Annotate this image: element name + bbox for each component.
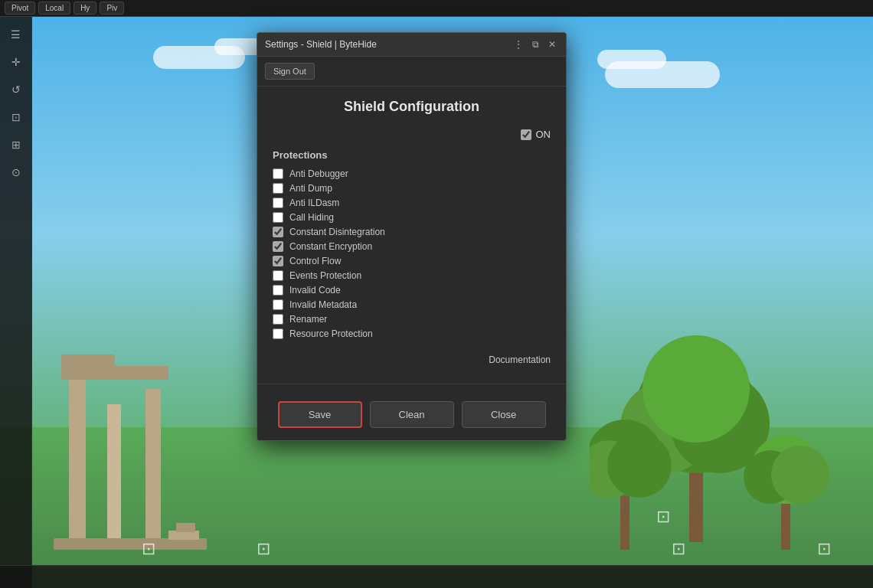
label-control-flow: Control Flow bbox=[289, 256, 341, 266]
checkbox-constant-encryption[interactable] bbox=[273, 241, 283, 252]
corner-icon-bottom-right2: ⊡ bbox=[817, 539, 831, 559]
checkbox-call-hiding[interactable] bbox=[273, 212, 283, 223]
checkbox-control-flow[interactable] bbox=[273, 256, 283, 266]
dialog-separator bbox=[257, 384, 566, 384]
dialog-body: Shield Configuration ON Protections Anti… bbox=[257, 87, 566, 384]
checkbox-resource-protection[interactable] bbox=[273, 328, 283, 339]
left-sidebar: ☰ ✛ ↺ ⊡ ⊞ ⊙ bbox=[0, 17, 32, 588]
protection-item-constant-disintegration[interactable]: Constant Disintegration bbox=[273, 227, 551, 237]
label-anti-debugger: Anti Debugger bbox=[289, 168, 348, 179]
protection-list: Anti DebuggerAnti DumpAnti ILDasmCall Hi… bbox=[273, 168, 551, 339]
svg-point-12 bbox=[642, 335, 750, 443]
svg-point-20 bbox=[771, 446, 829, 504]
top-bar: Pivot Local Hy Piv bbox=[0, 0, 873, 17]
clean-button[interactable]: Clean bbox=[370, 401, 454, 428]
protection-item-constant-encryption[interactable]: Constant Encryption bbox=[273, 241, 551, 252]
dialog-titlebar-controls: ⋮ ⧉ ✕ bbox=[512, 39, 558, 50]
dialog-heading: Shield Configuration bbox=[273, 99, 551, 115]
label-invalid-code: Invalid Code bbox=[289, 285, 341, 296]
protection-item-invalid-metadata[interactable]: Invalid Metadata bbox=[273, 299, 551, 310]
protection-item-invalid-code[interactable]: Invalid Code bbox=[273, 285, 551, 296]
label-constant-disintegration: Constant Disintegration bbox=[289, 227, 385, 237]
on-toggle-row: ON bbox=[273, 129, 551, 140]
protection-item-anti-ildasm[interactable]: Anti ILDasm bbox=[273, 198, 551, 208]
protection-item-call-hiding[interactable]: Call Hiding bbox=[273, 212, 551, 223]
label-constant-encryption: Constant Encryption bbox=[289, 241, 372, 252]
protection-item-anti-debugger[interactable]: Anti Debugger bbox=[273, 168, 551, 179]
svg-rect-1 bbox=[107, 404, 121, 542]
svg-rect-17 bbox=[781, 504, 790, 550]
sidebar-icon-rotate[interactable]: ↺ bbox=[5, 78, 28, 101]
shield-config-dialog: Settings - Shield | ByteHide ⋮ ⧉ ✕ Sign … bbox=[257, 32, 567, 441]
svg-rect-13 bbox=[620, 496, 629, 550]
label-events-protection: Events Protection bbox=[289, 270, 361, 281]
ruins-svg bbox=[46, 312, 245, 565]
tab-pivot[interactable]: Pivot bbox=[5, 2, 35, 15]
dialog-actions: Save Clean Close bbox=[257, 394, 566, 440]
protection-item-resource-protection[interactable]: Resource Protection bbox=[273, 328, 551, 339]
svg-rect-0 bbox=[69, 374, 86, 542]
dialog-close-icon[interactable]: ✕ bbox=[546, 39, 558, 50]
tab-local[interactable]: Local bbox=[38, 2, 70, 15]
label-renamer: Renamer bbox=[289, 314, 327, 325]
corner-icon-bottom-left: ⊡ bbox=[142, 539, 155, 559]
trees-svg bbox=[590, 274, 835, 565]
svg-rect-2 bbox=[146, 389, 161, 542]
protection-item-renamer[interactable]: Renamer bbox=[273, 314, 551, 325]
cloud-4 bbox=[597, 50, 666, 69]
dialog-footer-link: Documentation bbox=[273, 351, 551, 371]
svg-point-16 bbox=[607, 433, 672, 498]
sidebar-icon-menu[interactable]: ☰ bbox=[5, 23, 28, 46]
dialog-restore-icon[interactable]: ⧉ bbox=[530, 39, 541, 50]
dialog-toolbar: Sign Out bbox=[257, 57, 566, 87]
label-anti-dump: Anti Dump bbox=[289, 183, 332, 194]
dialog-menu-icon[interactable]: ⋮ bbox=[512, 39, 525, 50]
on-label: ON bbox=[536, 129, 551, 140]
label-call-hiding: Call Hiding bbox=[289, 212, 334, 223]
checkbox-anti-ildasm[interactable] bbox=[273, 198, 283, 208]
sidebar-icon-rect[interactable]: ⊞ bbox=[5, 133, 28, 156]
corner-icon-right-mid: ⊡ bbox=[656, 507, 670, 527]
sidebar-icon-scale[interactable]: ⊡ bbox=[5, 106, 28, 129]
tab-piv[interactable]: Piv bbox=[100, 2, 124, 15]
label-anti-ildasm: Anti ILDasm bbox=[289, 198, 339, 208]
label-resource-protection: Resource Protection bbox=[289, 328, 373, 339]
sidebar-icon-globe[interactable]: ⊙ bbox=[5, 161, 28, 184]
save-button[interactable]: Save bbox=[278, 401, 362, 428]
sign-out-button[interactable]: Sign Out bbox=[265, 63, 315, 80]
sidebar-icon-move[interactable]: ✛ bbox=[5, 51, 28, 74]
svg-rect-8 bbox=[689, 466, 703, 542]
corner-icon-bottom-right1: ⊡ bbox=[672, 539, 685, 559]
corner-icon-bottom-center: ⊡ bbox=[257, 539, 270, 559]
checkbox-invalid-metadata[interactable] bbox=[273, 299, 283, 310]
documentation-link[interactable]: Documentation bbox=[489, 354, 551, 365]
protection-item-events-protection[interactable]: Events Protection bbox=[273, 270, 551, 281]
svg-rect-4 bbox=[61, 354, 115, 370]
checkbox-anti-debugger[interactable] bbox=[273, 168, 283, 179]
protections-section-label: Protections bbox=[273, 149, 551, 161]
label-invalid-metadata: Invalid Metadata bbox=[289, 299, 357, 310]
svg-rect-5 bbox=[54, 538, 207, 550]
checkbox-renamer[interactable] bbox=[273, 314, 283, 325]
bottom-bar bbox=[0, 565, 873, 588]
checkbox-anti-dump[interactable] bbox=[273, 183, 283, 194]
dialog-title-text: Settings - Shield | ByteHide bbox=[265, 39, 377, 50]
close-button[interactable]: Close bbox=[462, 401, 546, 428]
on-checkbox[interactable] bbox=[521, 129, 531, 140]
tab-hy[interactable]: Hy bbox=[74, 2, 96, 15]
dialog-titlebar: Settings - Shield | ByteHide ⋮ ⧉ ✕ bbox=[257, 33, 566, 57]
protection-item-control-flow[interactable]: Control Flow bbox=[273, 256, 551, 266]
svg-rect-7 bbox=[176, 523, 195, 532]
checkbox-events-protection[interactable] bbox=[273, 270, 283, 281]
checkbox-invalid-code[interactable] bbox=[273, 285, 283, 296]
checkbox-constant-disintegration[interactable] bbox=[273, 227, 283, 237]
protection-item-anti-dump[interactable]: Anti Dump bbox=[273, 183, 551, 194]
